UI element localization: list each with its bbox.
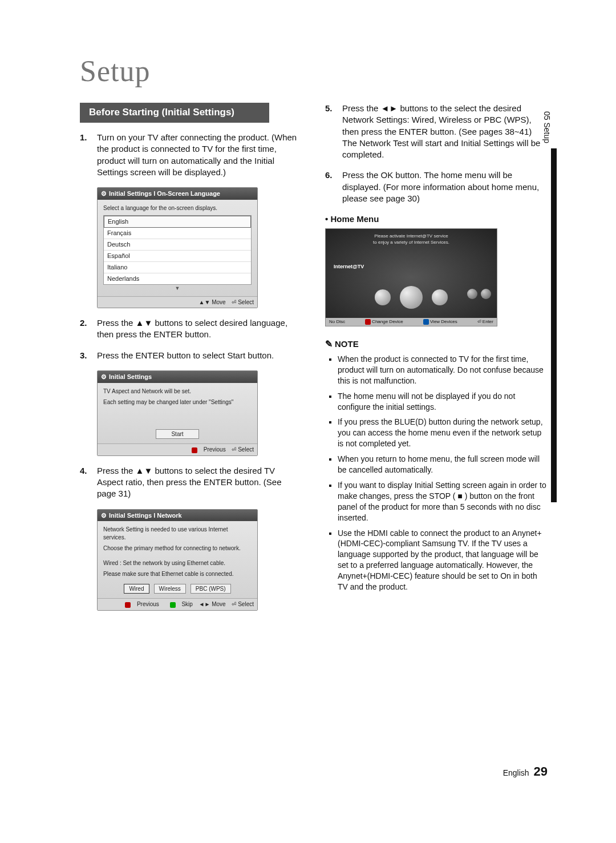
osd-title: Initial Settings I On-Screen Language (98, 188, 257, 200)
network-wireless-button[interactable]: Wireless (154, 584, 186, 594)
note-item: Use the HDMI cable to connect the produc… (338, 528, 548, 592)
osd-language-screen: Initial Settings I On-Screen Language Se… (97, 187, 258, 308)
note-item: If you press the BLUE(D) button during t… (338, 417, 548, 449)
section-header: Before Starting (Initial Settings) (80, 103, 269, 123)
note-item: If you want to display Initial Setting s… (338, 480, 548, 523)
language-option[interactable]: Italiano (104, 262, 251, 273)
right-column: 5. Press the ◄► buttons to the select th… (325, 103, 548, 620)
osd-footer: Previous ⏎ Select (98, 443, 257, 455)
step-3: 3. Press the ENTER button to select Star… (80, 350, 302, 361)
red-key-icon (125, 602, 131, 608)
note-item: When the product is connected to TV for … (338, 354, 548, 386)
step-2: 2. Press the ▲▼ buttons to select desire… (80, 317, 302, 341)
language-option[interactable]: Español (104, 251, 251, 262)
step-number: 1. (80, 132, 87, 143)
page-footer: English 29 (503, 763, 548, 780)
language-option[interactable]: Nederlands (104, 273, 251, 284)
network-pbc-button[interactable]: PBC (WPS) (191, 584, 231, 594)
home-carousel[interactable] (375, 286, 448, 309)
left-column: Before Starting (Initial Settings) 1. Tu… (80, 103, 302, 620)
step-6: 6. Press the OK button. The home menu wi… (325, 170, 548, 204)
network-wired-button[interactable]: Wired (124, 584, 149, 594)
home-aux-icons (467, 289, 491, 299)
side-marker (551, 148, 557, 502)
home-footer: No Disc Change Device View Devices ⏎ Ent… (326, 318, 497, 326)
notes-list: When the product is connected to TV for … (338, 354, 548, 592)
home-activate-message: Please activate Internet@TV service to e… (326, 229, 497, 251)
carousel-item-icon[interactable] (400, 286, 423, 309)
start-button[interactable]: Start (156, 429, 199, 439)
carousel-item-icon[interactable] (432, 289, 448, 305)
language-list[interactable]: English Français Deutsch Español Italian… (103, 215, 252, 284)
osd-footer: ▲▼ Move ⏎ Select (98, 296, 257, 308)
gear-icon (101, 511, 107, 520)
note-icon: ✎ (325, 339, 333, 349)
osd-initial-settings-screen: Initial Settings TV Aspect and Network w… (97, 370, 258, 456)
step-1: 1. Turn on your TV after connecting the … (80, 132, 302, 178)
internet-tv-badge: Internet@TV (334, 263, 364, 270)
aux-icon[interactable] (467, 289, 477, 299)
osd-footer: Previous Skip ◄► Move ⏎ Select (98, 598, 257, 610)
osd-network-screen: Initial Settings I Network Network Setti… (97, 509, 258, 611)
osd-title: Initial Settings I Network (98, 510, 257, 522)
osd-title: Initial Settings (98, 371, 257, 383)
aux-icon[interactable] (481, 289, 491, 299)
blue-key-icon (423, 319, 429, 325)
step-5: 5. Press the ◄► buttons to the select th… (325, 103, 548, 160)
step-4: 4. Press the ▲▼ buttons to select the de… (80, 465, 302, 500)
step-text: Turn on your TV after connecting the pro… (97, 132, 297, 177)
language-option[interactable]: English (104, 216, 251, 228)
gear-icon (101, 373, 107, 381)
language-option[interactable]: Français (104, 228, 251, 239)
carousel-item-icon[interactable] (375, 289, 391, 305)
red-key-icon (365, 319, 371, 325)
osd-instruction: Select a language for the on-screen disp… (103, 204, 252, 212)
note-header: ✎NOTE (325, 338, 548, 350)
home-menu-label: • Home Menu (325, 213, 548, 225)
green-key-icon (170, 602, 176, 608)
note-item: When you return to home menu, the full s… (338, 454, 548, 475)
home-menu-screen: Please activate Internet@TV service to e… (325, 228, 497, 326)
gear-icon (101, 189, 107, 198)
language-option[interactable]: Deutsch (104, 239, 251, 251)
note-item: The home menu will not be displayed if y… (338, 391, 548, 413)
red-key-icon (192, 447, 197, 453)
page-title: Setup (80, 51, 548, 91)
